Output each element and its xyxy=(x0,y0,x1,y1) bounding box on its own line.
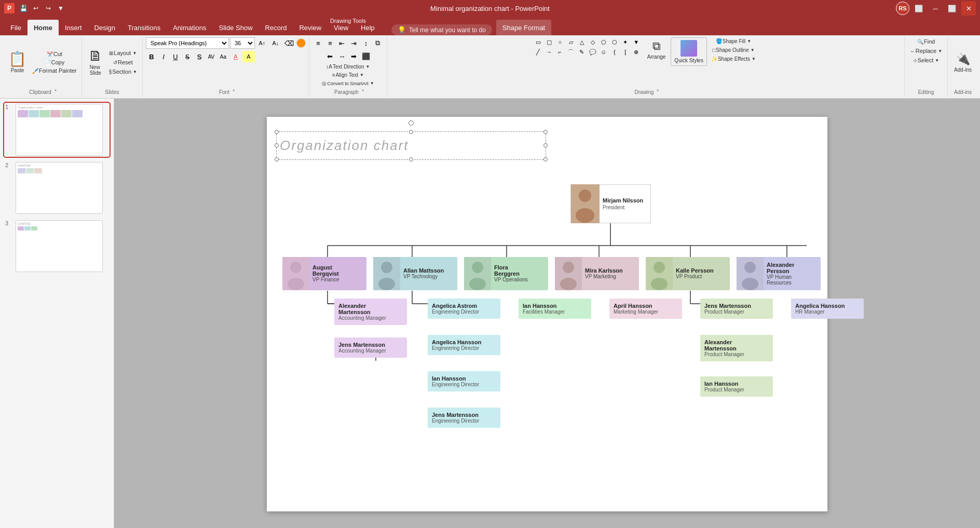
drawing-expand[interactable]: ⌝ xyxy=(657,89,659,94)
shape-line[interactable]: ╱ xyxy=(534,47,543,57)
staff-product-3[interactable]: Ian Hansson Product Manager xyxy=(700,376,773,397)
staff-product-1[interactable]: Jens Martensson Product Manager xyxy=(700,299,773,319)
tab-slideshow[interactable]: Slide Show xyxy=(212,20,258,35)
redo-button[interactable]: ↪ xyxy=(43,3,54,14)
handle-tr[interactable] xyxy=(543,130,548,134)
justify-button[interactable]: ⬛ xyxy=(360,50,372,62)
text-direction-button[interactable]: ↕A Text Direction ▼ xyxy=(325,63,370,70)
font-size-select[interactable]: 36 xyxy=(230,37,255,49)
cut-button[interactable]: ✂️ Cut xyxy=(31,50,78,58)
shape-outline-button[interactable]: □ Shape Outline ▼ xyxy=(709,46,758,54)
shape-more[interactable]: ▼ xyxy=(632,37,641,47)
shape-triangle[interactable]: △ xyxy=(577,37,587,47)
increase-font-button[interactable]: A↑ xyxy=(256,37,268,49)
minimize-button[interactable]: ─ xyxy=(928,1,943,16)
decrease-indent-button[interactable]: ⇤ xyxy=(336,37,348,49)
line-spacing-button[interactable]: ↕ xyxy=(360,37,372,49)
staff-tech-2[interactable]: Angelica Hansson Engineering Director xyxy=(428,335,500,355)
staff-finance-1[interactable]: AlexanderMartensson Accounting Manager xyxy=(334,299,407,325)
tab-design[interactable]: Design xyxy=(88,20,121,35)
tab-home[interactable]: Home xyxy=(28,20,59,35)
shape-elbow[interactable]: ⌐ xyxy=(555,47,565,57)
shape-misc[interactable]: ⊕ xyxy=(632,47,641,57)
staff-product-2[interactable]: AlexanderMartensson Product Manager xyxy=(700,335,773,361)
align-left-button[interactable]: ⬅ xyxy=(324,50,336,62)
shape-effects-button[interactable]: ✨ Shape Effects ▼ xyxy=(709,55,758,63)
shape-circle[interactable]: ○ xyxy=(555,37,565,47)
handle-br[interactable] xyxy=(543,157,548,161)
clipboard-expand[interactable]: ⌝ xyxy=(55,89,57,94)
profile-button[interactable]: RS xyxy=(896,2,909,15)
tab-record[interactable]: Record xyxy=(259,20,293,35)
handle-tl[interactable] xyxy=(275,130,279,134)
shape-rect2[interactable]: ▱ xyxy=(566,37,576,47)
char-spacing-button[interactable]: AV xyxy=(206,51,217,62)
format-painter-button[interactable]: 🖌️ Format Painter xyxy=(31,67,78,74)
reset-button[interactable]: ↺ Reset xyxy=(107,58,139,66)
shape-connector[interactable]: ⌒ xyxy=(566,47,576,57)
shadow-button[interactable]: S xyxy=(194,51,205,62)
strikethrough-button[interactable]: S̶ xyxy=(182,51,193,62)
handle-tc[interactable] xyxy=(409,130,413,134)
handle-ml[interactable] xyxy=(275,143,279,147)
undo-button[interactable]: ↩ xyxy=(30,3,42,14)
handle-bl[interactable] xyxy=(275,157,279,161)
paragraph-expand[interactable]: ⌝ xyxy=(362,89,364,94)
addins-button[interactable]: 🔌 Add-ins xyxy=(951,50,975,75)
vp-tech-card[interactable]: Allan Mattsson VP Technology xyxy=(373,257,457,290)
decrease-font-button[interactable]: A↓ xyxy=(269,37,282,49)
handle-mr[interactable] xyxy=(543,143,548,147)
staff-ops-1[interactable]: Ian Hansson Facilities Manager xyxy=(519,299,591,319)
quick-styles-button[interactable]: Quick Styles xyxy=(671,37,707,66)
tab-file[interactable]: File xyxy=(4,20,28,35)
copy-button[interactable]: 📄 Copy xyxy=(31,59,78,66)
tab-insert[interactable]: Insert xyxy=(59,20,88,35)
shape-diamond[interactable]: ◇ xyxy=(588,37,597,47)
staff-tech-3[interactable]: Ian Hansson Engineering Director xyxy=(428,371,500,391)
vp-hr-card[interactable]: AlexanderPersson VP Human Resources xyxy=(737,257,821,290)
tab-transitions[interactable]: Transitions xyxy=(121,20,167,35)
replace-button[interactable]: ↔ Replace ▼ xyxy=(908,47,944,55)
increase-indent-button[interactable]: ⇥ xyxy=(348,37,360,49)
shape-star[interactable]: ✦ xyxy=(621,37,630,47)
slide-title[interactable]: Organization chart xyxy=(280,138,409,154)
align-text-button[interactable]: ≡ Align Text ▼ xyxy=(332,72,364,78)
arrange-button[interactable]: ⧉ Arrange xyxy=(644,37,669,62)
shape-pentagon[interactable]: ⬠ xyxy=(599,37,608,47)
vp-ops-card[interactable]: FloraBerggren VP Operations xyxy=(464,257,548,290)
shape-bracket[interactable]: [ xyxy=(621,47,630,57)
shape-rounded-rect[interactable]: ▢ xyxy=(545,37,554,47)
rotate-handle[interactable] xyxy=(409,120,414,126)
restore-button[interactable]: ⬜ xyxy=(945,1,959,16)
shape-rect[interactable]: ▭ xyxy=(534,37,543,47)
slide-thumb-1[interactable]: 1 Organization chart xyxy=(4,103,110,157)
staff-tech-4[interactable]: Jens Martensson Engineering Director xyxy=(428,408,500,428)
clear-formatting-button[interactable]: ⌫ xyxy=(283,37,295,49)
shape-brace[interactable]: { xyxy=(610,47,619,57)
bold-button[interactable]: B xyxy=(146,51,157,62)
close-button[interactable]: ✕ xyxy=(961,1,976,16)
convert-smartart-button[interactable]: ◎ Convert to SmartArt ▼ xyxy=(321,80,374,87)
align-right-button[interactable]: ➡ xyxy=(348,50,360,62)
staff-hr-1[interactable]: Angelica Hansson HR Manager xyxy=(791,299,864,319)
tab-animations[interactable]: Animations xyxy=(167,20,212,35)
highlight-button[interactable]: A xyxy=(242,51,255,62)
font-expand[interactable]: ⌝ xyxy=(233,89,235,94)
font-color-circle-btn[interactable] xyxy=(296,38,306,48)
underline-button[interactable]: U xyxy=(170,51,181,62)
bullets-button[interactable]: ≡ xyxy=(312,37,324,49)
handle-bc[interactable] xyxy=(409,157,413,161)
columns-button[interactable]: ⧉ xyxy=(372,37,384,49)
vp-finance-card[interactable]: AugustBergqvist VP Finance xyxy=(282,257,366,290)
font-name-select[interactable]: Speak Pro (Headings) xyxy=(146,37,229,49)
paste-button[interactable]: 📋 Paste xyxy=(5,50,30,75)
shape-smiley[interactable]: ☺ xyxy=(599,47,608,57)
numbering-button[interactable]: ≡ xyxy=(324,37,336,49)
shape-arrow[interactable]: → xyxy=(545,47,554,57)
ceo-card[interactable]: Mirjam Nilsson President xyxy=(570,184,651,223)
staff-finance-2[interactable]: Jens Martensson Accounting Manager xyxy=(334,337,407,358)
staff-mkt-1[interactable]: April Hansson Marketing Manager xyxy=(609,299,682,319)
vp-mkt-card[interactable]: Mira Karlsson VP Marketing xyxy=(555,257,639,290)
shape-callout[interactable]: 💬 xyxy=(588,47,597,57)
slide-thumb-3[interactable]: 3 CONTOSO xyxy=(4,219,110,273)
